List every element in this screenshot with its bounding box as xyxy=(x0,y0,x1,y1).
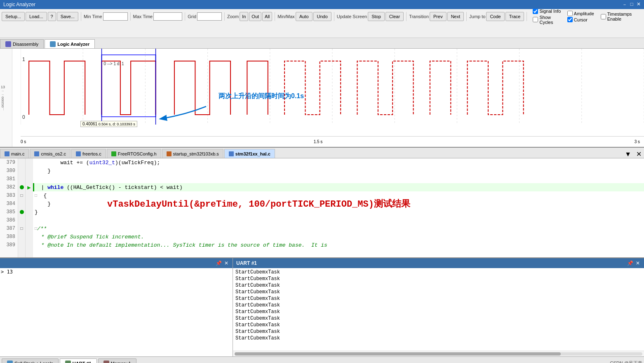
help-button[interactable]: ? xyxy=(48,12,56,21)
right-panel-title: UART #1 xyxy=(236,260,257,266)
code-line-389: * @note In the default implementation...… xyxy=(33,241,644,249)
logic-analyzer-area: 13 → → ...002000 1 0 xyxy=(0,49,644,148)
callstack-icon xyxy=(7,361,13,363)
min-time-input[interactable]: 0 s xyxy=(103,12,128,21)
zoom-out-button[interactable]: Out xyxy=(249,12,261,21)
uart-line-2: StartCubemxTask xyxy=(234,282,643,289)
setup-button[interactable]: Setup... xyxy=(2,12,25,21)
uart-line-6: StartCubemxTask xyxy=(234,309,643,315)
zoom-all-button[interactable]: All xyxy=(262,12,272,21)
code-line-382: | while ((HAL_GetTick() - tickstart) < w… xyxy=(33,183,644,191)
maximize-btn[interactable]: □ xyxy=(630,1,633,8)
signal-info-checkbox[interactable] xyxy=(533,9,538,14)
time-1-5: 1.5 s xyxy=(314,139,323,144)
file-icon-freertosconfig xyxy=(111,151,116,156)
uart-h-scrollbar[interactable] xyxy=(235,352,642,356)
show-cycles-checkbox[interactable] xyxy=(533,17,538,22)
tab-label-freertosconfig: FreeRTOSConfig.h xyxy=(118,151,157,156)
tab-close-btn[interactable]: ✕ xyxy=(634,150,644,158)
code-line-387: □/** xyxy=(33,224,644,233)
uart-line-4: StartCubemxTask xyxy=(234,295,643,302)
line-num-379: 379 xyxy=(0,158,18,167)
update-screen-label: Update Screen xyxy=(337,14,367,19)
load-button[interactable]: Load... xyxy=(26,12,47,21)
svg-text:1: 1 xyxy=(22,57,25,62)
code-button[interactable]: Code xyxy=(486,12,504,21)
prev-button[interactable]: Prev xyxy=(430,12,447,21)
left-panel-content: > 13 xyxy=(0,268,233,356)
code-line-380: } xyxy=(33,167,644,175)
uart-line-1: StartCubemxTask xyxy=(234,276,643,282)
transition-label: Transition xyxy=(409,14,429,19)
left-panel-close-btn[interactable]: ✕ xyxy=(223,260,229,266)
file-icon-hal xyxy=(229,151,234,156)
grid-input[interactable]: 0.1 s xyxy=(197,12,222,21)
uart-line-7: StartCubemxTask xyxy=(234,315,643,322)
min-time-label: Min Time xyxy=(84,14,102,19)
tab-label-freertos: freertos.c xyxy=(82,151,101,156)
signal-labels: 13 → → ...002000 xyxy=(0,49,12,147)
uart-line-9: StartCubemxTask xyxy=(234,328,643,335)
next-button[interactable]: Next xyxy=(447,12,464,21)
tab-logic-analyzer[interactable]: Logic Analyzer xyxy=(45,39,95,48)
stop-button[interactable]: Stop xyxy=(368,12,385,21)
tab-stm32f1xx-hal-c[interactable]: stm32f1xx_hal.c xyxy=(224,149,275,158)
tab-uart1[interactable]: UART #1 xyxy=(60,358,97,363)
timestamps-enable-checkbox[interactable] xyxy=(601,14,606,19)
tab-disassembly-label: Disassembly xyxy=(13,42,38,47)
tab-disassembly[interactable]: Disassembly xyxy=(0,39,44,48)
show-cycles-label: Show Cycles xyxy=(539,15,562,25)
jump-to-label: Jump to xyxy=(469,14,485,19)
uart-line-8: StartCubemxTask xyxy=(234,322,643,328)
max-time-input[interactable]: 1.713991 s xyxy=(153,12,182,21)
time-ruler: 0 s 1.5 s 3 s xyxy=(21,136,644,147)
save-button[interactable]: Save... xyxy=(57,12,78,21)
undo-button[interactable]: Undo xyxy=(313,12,331,21)
app-title: Logic Analyzer xyxy=(3,2,35,7)
tab-dropdown-btn[interactable]: ▼ xyxy=(622,151,634,158)
time-3: 3 s xyxy=(635,139,640,144)
cursor-checkbox[interactable] xyxy=(567,17,573,22)
cursor-box-1: 0.40061 0.504 s, d: 0.103393 s xyxy=(80,121,137,127)
file-icon-c xyxy=(5,151,9,156)
file-icon-startup xyxy=(167,151,172,156)
toolbar: Setup... Load... ? Save... Min Time 0 s … xyxy=(0,9,644,38)
callstack-label: Call Stack + Locals xyxy=(14,361,53,363)
uart-line-0: StartCubemxTask xyxy=(234,269,643,276)
tab-label-startup: startup_stm32f103xb.s xyxy=(173,151,219,156)
uart-scroll-thumb[interactable] xyxy=(235,352,561,356)
right-panel-pin-btn[interactable]: 📌 xyxy=(626,260,634,266)
tab-freertosconfig-h[interactable]: FreeRTOSConfig.h xyxy=(107,149,161,158)
clear-button[interactable]: Clear xyxy=(385,12,404,21)
tab-freertos-c[interactable]: freertos.c xyxy=(71,149,106,158)
code-area: 379 380 381 382 383 384 385 386 387 388 … xyxy=(0,158,644,257)
tab-label-cmsis: cmsis_os2.c xyxy=(41,151,66,156)
tab-memory1[interactable]: Memory 1 xyxy=(98,358,136,363)
uart-line-10: StartCubemxTask xyxy=(234,335,643,342)
tab-startup-s[interactable]: startup_stm32f103xb.s xyxy=(162,149,223,158)
statusbar-right-tab: CSDN @风正豪 xyxy=(610,360,642,363)
la-annotation-text: 两次上升沿的间隔时间为0.1s xyxy=(219,92,304,101)
line-num-386: 386 xyxy=(0,216,18,224)
left-panel-value: > 13 xyxy=(1,269,13,275)
tab-main-c[interactable]: main.c xyxy=(0,149,29,158)
zoom-label: Zoom xyxy=(227,14,239,19)
svg-text:0 --> 1  d: 1: 0 --> 1 d: 1 xyxy=(104,61,124,66)
code-content: 379 380 381 382 383 384 385 386 387 388 … xyxy=(0,158,644,257)
right-panel-close-btn[interactable]: ✕ xyxy=(635,260,641,266)
auto-button[interactable]: Auto xyxy=(296,12,313,21)
line-num-382: 382 xyxy=(0,183,18,191)
tab-cmsis-os2-c[interactable]: cmsis_os2.c xyxy=(30,149,71,158)
uart-line-5: StartCubemxTask xyxy=(234,302,643,309)
current-line-arrow: ▶ xyxy=(27,184,31,191)
minimize-btn[interactable]: － xyxy=(622,1,627,8)
left-panel-pin-btn[interactable]: 📌 xyxy=(215,260,223,266)
tab-callstack-locals[interactable]: Call Stack + Locals xyxy=(2,358,59,363)
uart-icon xyxy=(65,361,71,363)
close-btn[interactable]: ✕ xyxy=(637,1,641,8)
line-num-381: 381 xyxy=(0,175,18,183)
amplitude-checkbox[interactable] xyxy=(567,11,573,16)
trace-button[interactable]: Trace xyxy=(505,12,524,21)
zoom-in-button[interactable]: In xyxy=(240,12,248,21)
svg-text:0: 0 xyxy=(22,114,25,120)
